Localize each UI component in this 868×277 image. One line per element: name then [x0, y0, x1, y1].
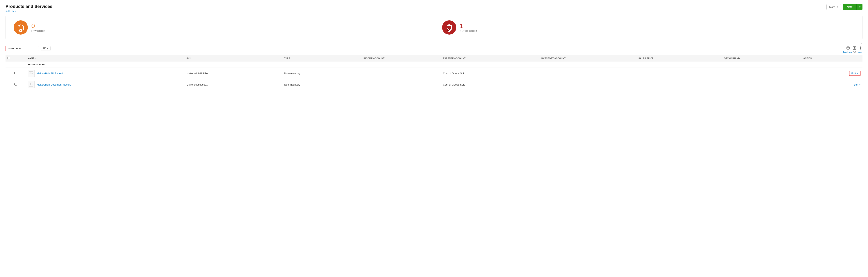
svg-rect-15 — [847, 48, 849, 49]
out-of-stock-label: OUT OF STOCK — [460, 30, 477, 32]
export-icon[interactable] — [852, 46, 856, 51]
row-qty-2 — [722, 79, 802, 90]
table-row: MakersHub Bill Record MakersHub Bill Re.… — [5, 68, 863, 79]
table-row: MakersHub Document Record MakersHub Docu… — [5, 79, 863, 90]
toolbar-right: ⌃ — [842, 43, 863, 54]
new-button-group: New — [843, 4, 863, 10]
edit-dropdown-icon-2 — [859, 84, 861, 85]
row-expense-2: Cost of Goods Sold — [441, 79, 539, 90]
row-income-2 — [362, 79, 441, 90]
col-header-sales[interactable]: SALES PRICE — [637, 55, 722, 61]
toolbar: ⌃ — [5, 43, 863, 54]
header-left: Products and Services < All Lists — [5, 4, 52, 12]
edit-button-2[interactable]: Edit — [854, 83, 861, 86]
toolbar-icons — [846, 46, 863, 51]
svg-rect-21 — [29, 72, 33, 75]
row-sales-2 — [637, 79, 722, 90]
out-of-stock-icon-circle — [442, 20, 456, 34]
product-thumbnail-2 — [28, 81, 35, 88]
edit-dropdown-icon-1 — [857, 73, 858, 74]
low-stock-label: LOW STOCK — [31, 30, 45, 32]
edit-button-1[interactable]: Edit — [849, 71, 861, 76]
out-of-stock-info: 1 OUT OF STOCK — [460, 23, 477, 32]
low-stock-card[interactable]: 0 LOW STOCK — [6, 16, 434, 39]
row-qty-1 — [722, 68, 802, 79]
col-header-checkbox — [5, 55, 26, 61]
col-header-inventory[interactable]: INVENTORY ACCOUNT — [539, 55, 637, 61]
row-inventory-2 — [539, 79, 637, 90]
print-icon[interactable] — [846, 46, 850, 51]
table-header: NAME ▲ SKU TYPE INCOME ACCOUNT EXPENSE A… — [5, 55, 863, 61]
filter-chevron-icon — [47, 48, 48, 49]
filter-section — [5, 46, 51, 51]
row-action-cell-1: Edit — [801, 68, 863, 79]
pagination-previous[interactable]: Previous — [842, 51, 852, 54]
group-label: Miscellaneous — [26, 61, 863, 68]
row-type-2: Non-inventory — [282, 79, 362, 90]
product-name-1[interactable]: MakersHub Bill Record — [37, 72, 63, 75]
col-header-sku[interactable]: SKU — [184, 55, 282, 61]
low-stock-icon — [16, 23, 26, 32]
out-of-stock-icon — [444, 23, 454, 32]
low-stock-icon-circle — [13, 20, 28, 34]
row-inventory-1 — [539, 68, 637, 79]
svg-point-17 — [849, 48, 849, 48]
settings-icon[interactable] — [859, 46, 863, 51]
row-action-cell-2: Edit — [801, 79, 863, 90]
pagination-range: 1-2 — [853, 51, 856, 54]
new-dropdown-icon — [859, 6, 861, 7]
out-of-stock-count: 1 — [460, 23, 477, 29]
row-expense-1: Cost of Goods Sold — [441, 68, 539, 79]
svg-point-20 — [860, 48, 861, 49]
select-all-checkbox[interactable] — [7, 57, 10, 59]
row-checkbox-cell — [5, 68, 26, 79]
col-header-expense[interactable]: EXPENSE ACCOUNT — [441, 55, 539, 61]
new-button[interactable]: New — [843, 4, 856, 10]
page-title: Products and Services — [5, 4, 52, 9]
header-actions: More New — [826, 4, 863, 10]
group-header-miscellaneous: Miscellaneous — [5, 61, 863, 68]
row-checkbox-2[interactable] — [14, 83, 17, 86]
product-name-2[interactable]: MakersHub Document Record — [37, 83, 71, 86]
row-sku-1: MakersHub Bill Re... — [184, 68, 282, 79]
col-header-name[interactable]: NAME ▲ — [26, 55, 184, 61]
col-header-qty[interactable]: QTY ON HAND — [722, 55, 802, 61]
row-type-1: Non-inventory — [282, 68, 362, 79]
table-body: Miscellaneous — [5, 61, 863, 90]
pagination: Previous 1-2 Next — [842, 51, 863, 54]
more-button[interactable]: More — [826, 4, 841, 10]
low-stock-count: 0 — [31, 23, 45, 29]
page-header: Products and Services < All Lists More N… — [5, 4, 863, 12]
row-name-cell-1: MakersHub Bill Record — [26, 68, 184, 79]
col-header-type[interactable]: TYPE — [282, 55, 362, 61]
out-of-stock-card[interactable]: 1 OUT OF STOCK — [434, 16, 863, 39]
row-checkbox-cell-2 — [5, 79, 26, 90]
filter-button[interactable] — [41, 46, 51, 51]
row-name-cell-2: MakersHub Document Record — [26, 79, 184, 90]
search-input[interactable] — [5, 46, 39, 51]
col-header-action: ACTION — [801, 55, 863, 61]
all-lists-link[interactable]: < All Lists — [5, 10, 52, 12]
stock-summary: 0 LOW STOCK 1 OUT OF STOCK — [5, 16, 863, 39]
row-sales-1 — [637, 68, 722, 79]
sort-asc-icon: ▲ — [35, 57, 37, 59]
chevron-down-icon — [837, 6, 838, 7]
product-thumbnail-1 — [28, 70, 35, 77]
col-header-income[interactable]: INCOME ACCOUNT — [362, 55, 441, 61]
row-checkbox-1[interactable] — [14, 72, 17, 74]
row-sku-2: MakersHub Docu... — [184, 79, 282, 90]
products-table: NAME ▲ SKU TYPE INCOME ACCOUNT EXPENSE A… — [5, 55, 863, 90]
new-dropdown-button[interactable] — [856, 4, 863, 10]
low-stock-info: 0 LOW STOCK — [31, 23, 45, 32]
collapse-icon[interactable]: ⌃ — [861, 43, 863, 46]
pagination-next[interactable]: Next — [858, 51, 863, 54]
row-income-1 — [362, 68, 441, 79]
svg-rect-23 — [29, 83, 33, 86]
filter-icon — [43, 47, 45, 50]
